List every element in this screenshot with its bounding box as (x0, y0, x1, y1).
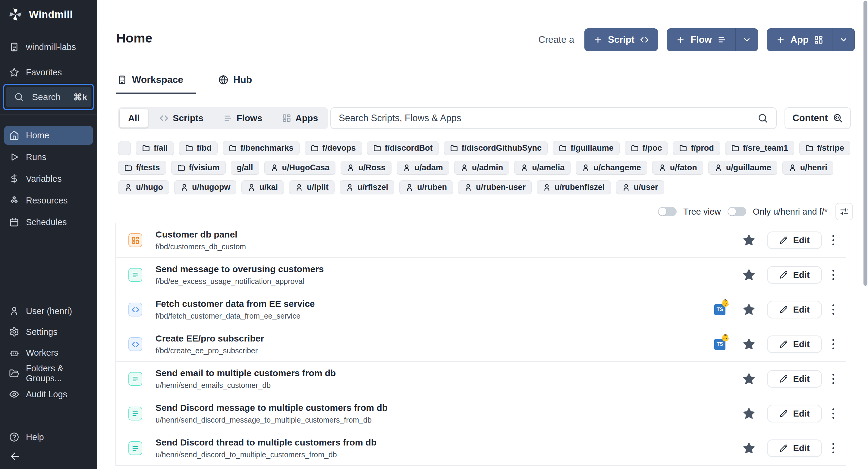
sidebar-item-home[interactable]: Home (4, 126, 93, 145)
collapse-sidebar-button[interactable] (8, 450, 22, 463)
list-item[interactable]: Send message to overusing customers f/bd… (116, 258, 846, 292)
filter-chip[interactable]: f/discordBot (367, 141, 439, 155)
display-settings-button[interactable] (835, 203, 853, 220)
sidebar-search-button[interactable]: Search ⌘k (6, 87, 91, 107)
sidebar-item-schedules[interactable]: Schedules (4, 213, 93, 231)
segment-flows[interactable]: Flows (215, 109, 271, 127)
sidebar-item-settings[interactable]: Settings (4, 322, 93, 341)
filter-chip[interactable]: f/devops (305, 141, 362, 155)
kebab-menu-button[interactable] (827, 266, 840, 284)
filter-chip[interactable]: f/discordGithubSync (444, 141, 548, 155)
filter-chip[interactable]: u/faton (652, 161, 703, 175)
kebab-menu-button[interactable] (827, 231, 840, 249)
create-app-button[interactable]: App (767, 28, 832, 51)
kebab-menu-button[interactable] (827, 439, 840, 457)
filter-chip[interactable]: g/all (231, 161, 259, 175)
list-item[interactable]: Send Discord thread to multiple customer… (116, 431, 846, 466)
filter-chip[interactable]: f/sre_team1 (725, 141, 794, 155)
pencil-icon (779, 305, 788, 314)
kebab-menu-button[interactable] (827, 370, 840, 387)
sidebar-item-workers[interactable]: Workers (4, 343, 93, 362)
favorite-star-icon[interactable] (742, 442, 755, 455)
scrollbar-thumb[interactable] (864, 1, 867, 286)
sidebar-item-folders-groups[interactable]: Folders & Groups... (4, 364, 93, 383)
filter-chip[interactable]: u/HugoCasa (264, 161, 336, 175)
content-search-button[interactable]: Content (784, 107, 851, 129)
favorite-star-icon[interactable] (742, 268, 755, 282)
tab-workspace[interactable]: Workspace (116, 74, 196, 94)
filter-chip[interactable]: u/changeme (576, 161, 647, 175)
filter-chip-blank[interactable] (118, 141, 131, 155)
sidebar-item-favorites[interactable]: Favorites (0, 63, 97, 82)
tab-hub[interactable]: Hub (218, 74, 265, 94)
filter-chip[interactable]: f/benchmarks (223, 141, 300, 155)
kebab-menu-button[interactable] (827, 336, 840, 353)
edit-button[interactable]: Edit (767, 266, 822, 284)
filter-chip[interactable]: f/all (136, 141, 174, 155)
filter-chip[interactable]: f/bd (179, 141, 218, 155)
filter-chip[interactable]: u/amelia (514, 161, 570, 175)
filter-chip[interactable]: u/rfiszel (340, 180, 394, 194)
sidebar-item-user[interactable]: User (henri) (4, 302, 93, 320)
filter-chip[interactable]: u/user (616, 180, 664, 194)
only-henri-toggle[interactable] (727, 207, 746, 216)
sidebar-item-runs[interactable]: Runs (4, 148, 93, 166)
search-input[interactable] (339, 113, 757, 124)
edit-button[interactable]: Edit (767, 336, 822, 353)
list-item[interactable]: Send Discord message to multiple custome… (116, 396, 846, 431)
filter-chip[interactable]: u/ruben (399, 180, 453, 194)
sidebar-item-variables[interactable]: Variables (4, 169, 93, 188)
list-item[interactable]: Fetch customer data from EE service f/bd… (116, 292, 846, 327)
segment-all[interactable]: All (120, 109, 148, 127)
edit-button[interactable]: Edit (767, 231, 822, 249)
favorite-star-icon[interactable] (742, 233, 755, 247)
sidebar-item-audit-logs[interactable]: Audit Logs (4, 385, 93, 404)
kebab-menu-button[interactable] (827, 301, 840, 318)
kebab-menu-button[interactable] (827, 405, 840, 422)
filter-chip[interactable]: f/prod (673, 141, 720, 155)
filter-chip[interactable]: u/henri (782, 161, 833, 175)
filter-chip[interactable]: u/lplit (289, 180, 335, 194)
filter-chip[interactable]: u/ruben-user (458, 180, 532, 194)
sidebar-item-workspace[interactable]: windmill-labs (0, 37, 97, 57)
filter-chip[interactable]: u/kai (241, 180, 284, 194)
filter-chip[interactable]: u/guillaume (708, 161, 777, 175)
create-script-button[interactable]: Script (584, 28, 658, 51)
filter-chip[interactable]: f/guillaume (553, 141, 620, 155)
list-item[interactable]: Send email to multiple customers from db… (116, 362, 846, 396)
create-flow-dropdown-button[interactable] (736, 28, 758, 51)
filter-chip[interactable]: u/hugopw (174, 180, 236, 194)
favorite-star-icon[interactable] (742, 372, 755, 385)
filter-chip[interactable]: f/tests (118, 161, 166, 175)
edit-button[interactable]: Edit (767, 370, 822, 387)
favorite-star-icon[interactable] (742, 338, 755, 351)
app-logo[interactable]: Windmill (0, 0, 97, 29)
filter-chip[interactable]: u/Ross (341, 161, 392, 175)
create-flow-button[interactable]: Flow (667, 28, 735, 51)
edit-button[interactable]: Edit (767, 301, 822, 318)
chip-label: u/hugo (136, 183, 163, 192)
search-icon[interactable] (757, 113, 768, 124)
filter-chip[interactable]: u/rubenfiszel (537, 180, 611, 194)
folder-icon (177, 164, 185, 172)
segment-apps[interactable]: Apps (274, 109, 327, 127)
edit-button[interactable]: Edit (767, 439, 822, 457)
sidebar-item-resources[interactable]: Resources (4, 191, 93, 210)
tree-view-toggle[interactable] (658, 207, 677, 216)
type-segmented-control: All Scripts Flows Apps (118, 107, 328, 129)
favorite-star-icon[interactable] (742, 407, 755, 420)
list-item[interactable]: Customer db panel f/bd/customers_db_cust… (116, 223, 846, 258)
filter-chip[interactable]: f/poc (625, 141, 668, 155)
filter-chip[interactable]: f/stripe (799, 141, 850, 155)
edit-button[interactable]: Edit (767, 405, 822, 422)
list-item[interactable]: Create EE/pro subscriber f/bd/create_ee_… (116, 327, 846, 362)
filter-chip[interactable]: u/hugo (118, 180, 169, 194)
create-app-dropdown-button[interactable] (832, 28, 855, 51)
building-icon (9, 42, 19, 52)
segment-scripts[interactable]: Scripts (151, 109, 212, 127)
filter-chip[interactable]: u/admin (454, 161, 509, 175)
filter-chip[interactable]: u/adam (397, 161, 449, 175)
sidebar-item-help[interactable]: Help (0, 428, 97, 447)
favorite-star-icon[interactable] (742, 303, 755, 316)
filter-chip[interactable]: f/visium (171, 161, 226, 175)
